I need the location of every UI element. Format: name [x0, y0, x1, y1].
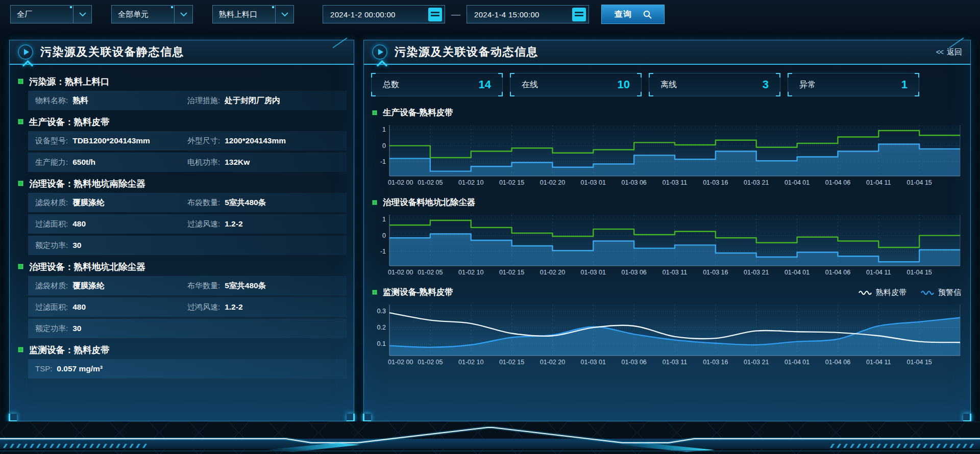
corner-accent [333, 37, 348, 48]
info-row: 物料名称: 熟料 治理措施: 处于封闭厂房内 [28, 91, 347, 110]
filter-select-2[interactable]: 熟料上料口 [212, 5, 294, 23]
chevron-down-icon[interactable] [73, 6, 91, 23]
start-datetime-input[interactable]: 2024-1-2 00:00:00 [323, 5, 445, 23]
svg-text:01-03 11: 01-03 11 [663, 269, 687, 276]
svg-text:01-03 01: 01-03 01 [581, 179, 606, 186]
svg-text:01-02 20: 01-02 20 [540, 269, 565, 276]
chart-legend: 熟料皮带 预警信 [859, 288, 963, 297]
chart-block-2: 监测设备-熟料皮带 熟料皮带 预警信 0.30.20.101-02 0001-0… [371, 284, 963, 370]
info-row: 过滤面积: 480 过鸿风速: 1.2-2 [28, 297, 347, 317]
info-field-value: 1.2-2 [225, 302, 242, 312]
info-field: 滤袋材质: 覆膜涤纶 [35, 281, 187, 291]
date-range-group: 2024-1-2 00:00:00 — 2024-1-4 15:00:00 [323, 5, 589, 23]
chart-title-row: 生产设备-熟料皮带 [371, 105, 963, 121]
wavy-line-icon [859, 289, 872, 295]
chart-canvas-wrap: 0.30.20.101-02 0001-02 0501-02 1001-02 1… [371, 300, 963, 370]
info-field-label: 过鸿风速: [187, 302, 220, 312]
info-field-value: 30 [72, 241, 81, 250]
svg-text:0.3: 0.3 [377, 308, 386, 315]
green-square-icon [18, 181, 23, 186]
corner-accent [347, 414, 355, 422]
info-field-value: 480 [72, 302, 86, 312]
info-field-value: 覆膜涤纶 [72, 197, 104, 208]
svg-text:01-02 00: 01-02 00 [388, 359, 413, 366]
info-field-label: 滤袋材质: [35, 281, 68, 291]
stat-label: 在线 [522, 80, 538, 90]
charts-area: 生产设备-熟料皮带 10-101-02 0001-02 0501-02 1001… [371, 105, 963, 370]
info-field: 额定功率: 30 [35, 241, 187, 250]
section-heading: 治理设备：熟料地坑南除尘器 [16, 174, 348, 193]
svg-text:-1: -1 [380, 158, 386, 165]
stat-label: 异常 [799, 80, 816, 90]
corner-accent [949, 37, 964, 48]
svg-text:01-03 01: 01-03 01 [581, 359, 606, 366]
info-field: 布袋数量: 5室共480条 [187, 197, 339, 208]
calendar-icon[interactable] [572, 8, 586, 21]
chart-block-0: 生产设备-熟料皮带 10-101-02 0001-02 0501-02 1001… [371, 105, 963, 190]
section-heading-text: 治理设备：熟料地坑北除尘器 [29, 261, 145, 273]
stat-value: 10 [618, 78, 630, 91]
legend-label: 熟料皮带 [876, 288, 906, 297]
info-field-label: 过滤面积: [35, 302, 68, 312]
svg-text:01-04 15: 01-04 15 [906, 269, 932, 276]
filter-select-1[interactable]: 全部单元 [111, 5, 193, 23]
play-icon [18, 44, 33, 60]
info-field: 设备型号: TDB1200*204143mm [35, 136, 187, 146]
info-field-value: 处于封闭厂房内 [225, 95, 280, 106]
start-datetime-value: 2024-1-2 00:00:00 [330, 10, 428, 19]
info-field-value: 1200*204143mm [225, 136, 286, 145]
filter-select-0[interactable]: 全厂 [10, 5, 92, 23]
info-field-label: 额定功率: [35, 324, 68, 334]
stat-card-1: 在线 10 [510, 73, 642, 96]
stat-card-3: 异常 1 [788, 73, 919, 96]
back-arrows-icon: << [936, 48, 943, 56]
section-heading-text: 监测设备：熟料皮带 [29, 344, 110, 356]
info-field-label: 过滤面积: [35, 219, 68, 229]
chart-canvas: 10-101-02 0001-02 0501-02 1001-02 1501-0… [371, 211, 963, 278]
stat-label: 离线 [660, 80, 677, 90]
calendar-icon[interactable] [428, 8, 442, 21]
back-button[interactable]: << 返回 [936, 47, 962, 57]
info-field: 物料名称: 熟料 [35, 95, 187, 106]
info-row: 滤袋材质: 覆膜涤纶 布华数量: 5室共480条 [28, 276, 347, 295]
green-square-icon [18, 119, 23, 124]
info-field-value: TDB1200*204143mm [72, 136, 150, 145]
info-field: 过滤面积: 480 [35, 219, 187, 229]
chevron-down-icon[interactable] [275, 6, 293, 23]
info-field-label: TSP: [35, 364, 52, 373]
svg-text:01-03 21: 01-03 21 [744, 269, 769, 276]
svg-text:01-03 06: 01-03 06 [621, 359, 646, 366]
end-datetime-value: 2024-1-4 15:00:00 [474, 10, 572, 19]
svg-text:01-02 15: 01-02 15 [499, 179, 524, 186]
stat-value: 1 [901, 78, 908, 91]
svg-text:0: 0 [382, 142, 386, 149]
end-datetime-input[interactable]: 2024-1-4 15:00:00 [467, 5, 589, 23]
query-button[interactable]: 查询 [601, 5, 665, 24]
info-field: 过滤风速: 1.2-2 [187, 219, 339, 229]
info-field-label: 电机功率: [187, 158, 220, 167]
info-row: 生产能力: 650t/h 电机功率: 132Kw [28, 153, 347, 172]
info-field-label: 治理措施: [187, 96, 220, 106]
chart-canvas: 0.30.20.101-02 0001-02 0501-02 1001-02 1… [371, 300, 963, 368]
info-field: TSP: 0.057 mg/m³ [35, 364, 187, 373]
svg-text:01-02 10: 01-02 10 [458, 359, 483, 366]
dynamic-panel-title: 污染源及关联设备动态信息 [395, 44, 538, 60]
info-row: 过滤面积: 480 过滤风速: 1.2-2 [28, 214, 347, 234]
footer-decoration [0, 421, 980, 454]
info-field-label: 设备型号: [35, 136, 68, 146]
corner-accent [963, 414, 971, 422]
chart-title-row: 治理设备料地坑北除尘器 [371, 194, 963, 211]
info-row: 额定功率: 30 [28, 236, 347, 255]
svg-text:01-02 20: 01-02 20 [540, 359, 565, 366]
stat-value: 3 [763, 78, 769, 91]
chart-title: 生产设备-熟料皮带 [383, 107, 453, 118]
section-heading: 治理设备：熟料地坑北除尘器 [16, 257, 348, 276]
chevron-down-icon[interactable] [174, 6, 192, 23]
green-square-icon [18, 79, 23, 84]
svg-text:01-02 00: 01-02 00 [388, 269, 413, 276]
info-field-value: 覆膜涤纶 [72, 281, 104, 291]
info-row: 滤袋材质: 覆膜涤纶 布袋数量: 5室共480条 [28, 193, 347, 212]
info-field-value: 1.2-2 [225, 219, 242, 229]
svg-text:01-04 01: 01-04 01 [785, 269, 810, 276]
svg-text:01-04 15: 01-04 15 [906, 359, 932, 366]
